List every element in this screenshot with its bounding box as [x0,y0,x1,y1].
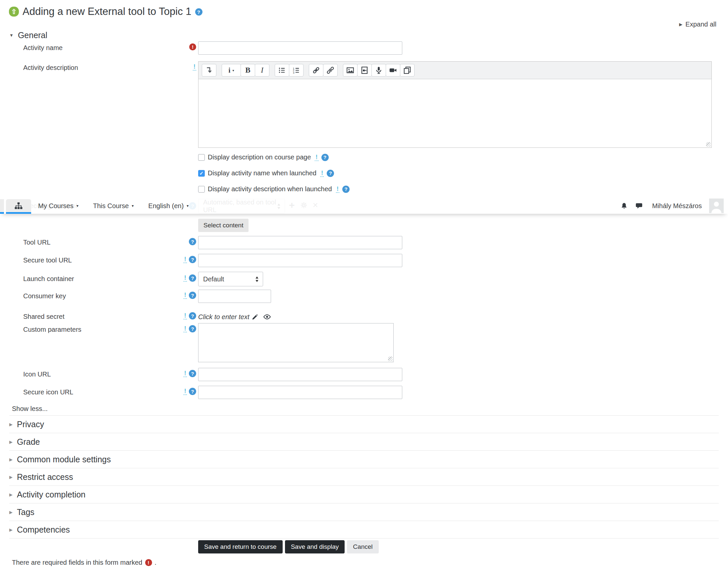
section-activity-completion[interactable]: ▶ Activity completion [0,486,728,503]
activity-name-input[interactable] [198,41,402,55]
field-row-activity-description: Activity description ! i▾ B I [0,61,728,147]
checkbox-label: Display description on course page [208,153,311,161]
collapsed-arrow-icon: ▶ [9,527,12,532]
unordered-list-icon[interactable] [275,64,289,77]
section-tags[interactable]: ▶ Tags [0,503,728,521]
manage-files-icon[interactable] [400,64,414,77]
chevron-down-icon: ▾ [186,203,188,208]
required-icon: ! [145,559,152,566]
textarea-resize-handle[interactable] [388,356,393,361]
advanced-icon: ! [183,312,187,319]
advanced-icon: ! [193,63,196,70]
advanced-icon: ! [315,154,318,161]
insert-media-icon[interactable] [357,64,372,77]
nav-item-language[interactable]: English (en) ▾ [148,202,189,210]
consumer-key-input[interactable] [198,290,271,303]
field-row-icon-url: Icon URL ! ? [0,368,728,383]
help-icon[interactable]: ? [189,325,196,333]
help-icon[interactable]: ? [189,275,196,282]
nav-item-this-course[interactable]: This Course ▾ [93,202,134,210]
messages-chat-icon[interactable] [635,202,643,210]
collapsed-arrow-icon: ▶ [9,457,12,462]
help-icon[interactable]: ? [189,370,196,377]
help-icon[interactable]: ? [189,292,196,299]
section-privacy[interactable]: ▶ Privacy [0,415,728,433]
expand-all-link[interactable]: ▶ Expand all [679,21,717,28]
section-general-header[interactable]: ▼ General [9,30,48,40]
insert-link-icon[interactable] [309,64,323,77]
advanced-icon: ! [183,292,187,299]
nav-item-my-courses[interactable]: My Courses ▾ [38,202,79,210]
title-help-icon[interactable]: ? [195,8,202,16]
ordered-list-icon[interactable]: 123 [289,64,303,77]
collapse-arrow-icon: ▼ [9,33,13,38]
custom-parameters-textarea[interactable] [198,323,394,362]
section-competencies[interactable]: ▶ Competencies [0,521,728,538]
checkbox-label: Display activity name when launched [208,169,316,177]
italic-icon[interactable]: I [255,64,269,77]
shared-secret-placeholder[interactable]: Click to enter text [198,313,250,321]
collapsed-arrow-icon: ▶ [9,492,12,497]
section-grade[interactable]: ▶ Grade [0,433,728,451]
required-fields-note: There are required fields in this form m… [12,559,156,567]
help-icon[interactable]: ? [327,170,334,177]
help-icon[interactable]: ? [189,312,196,319]
section-common-module-settings[interactable]: ▶ Common module settings [0,451,728,468]
nav-tab-sitemap[interactable] [6,199,31,214]
collapse-toolbar-icon[interactable] [202,64,216,77]
record-audio-icon[interactable] [372,64,386,77]
notifications-bell-icon[interactable] [620,202,628,210]
select-content-button[interactable]: Select content [198,219,249,232]
external-tool-icon: ⇧ [9,7,19,17]
advanced-icon: ! [183,256,187,263]
section-restrict-access[interactable]: ▶ Restrict access [0,468,728,486]
paragraph-style-icon[interactable]: i▾ [222,64,241,77]
insert-image-icon[interactable] [343,64,357,77]
help-icon[interactable]: ? [189,256,196,263]
nav-tab-cutoff[interactable] [0,199,4,214]
editor-toolbar: i▾ B I 123 [199,62,711,79]
field-row-activity-name: Activity name ! [0,41,728,57]
user-name[interactable]: Mihály Mészáros [652,202,702,210]
unlink-icon[interactable] [323,64,338,77]
description-edit-area[interactable] [199,79,711,147]
icon-url-input[interactable] [198,368,402,381]
page-header: ⇧ Adding a new External tool to Topic 1 … [9,5,202,18]
consumer-key-label: Consumer key [23,292,66,300]
save-and-return-button[interactable]: Save and return to course [198,540,283,553]
help-icon[interactable]: ? [189,238,196,245]
edit-pencil-icon[interactable] [252,314,259,320]
activity-name-label: Activity name [23,44,63,52]
display-description-checkbox[interactable] [198,154,205,161]
launch-container-label: Launch container [23,275,74,283]
collapsed-arrow-icon: ▶ [9,474,12,480]
bold-icon[interactable]: B [240,64,255,77]
advanced-icon: ! [320,170,324,177]
advanced-icon: ! [183,388,187,395]
display-activity-name-checkbox[interactable]: ✓ [198,170,205,177]
collapsed-arrow-icon: ▶ [9,422,12,427]
checkbox-label: Display activity description when launch… [208,185,332,193]
display-activity-description-checkbox[interactable] [198,186,205,193]
cancel-button[interactable]: Cancel [347,540,378,553]
secure-tool-url-input[interactable] [198,254,402,267]
secure-tool-url-label: Secure tool URL [23,257,72,264]
launch-container-select[interactable]: Default [198,272,263,286]
advanced-icon: ! [183,370,187,377]
secure-icon-url-input[interactable] [198,386,402,399]
help-icon[interactable]: ? [321,154,329,161]
editor-resize-handle[interactable] [706,142,711,147]
save-and-display-button[interactable]: Save and display [285,540,345,553]
user-avatar[interactable] [709,199,724,213]
show-less-link[interactable]: Show less... [12,405,48,413]
tool-url-input[interactable] [198,236,402,249]
help-icon[interactable]: ? [189,388,196,395]
checkbox-row-display-activity-name: ✓ Display activity name when launched ! … [198,169,334,177]
help-icon[interactable]: ? [342,185,350,193]
svg-text:3: 3 [293,71,295,74]
secure-icon-url-label: Secure icon URL [23,388,73,396]
expand-all-arrow-icon: ▶ [679,22,682,27]
record-video-icon[interactable] [386,64,400,77]
field-row-launch-container: Launch container ! ? Default [0,272,728,288]
eye-icon[interactable] [263,313,271,321]
